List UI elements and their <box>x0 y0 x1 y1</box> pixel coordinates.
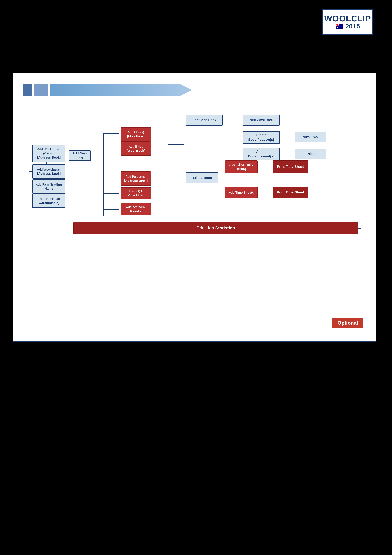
banner-block2 <box>34 85 48 95</box>
add-post-farm-node[interactable]: Add post farmResults <box>121 203 151 215</box>
add-tallies-node[interactable]: Add Tallies [TallyBook] <box>225 161 258 173</box>
add-mobs-node[interactable]: Add Mob(s)[Mob Book] <box>121 127 151 141</box>
add-time-sheets-node[interactable]: Add Time Sheets <box>225 187 258 198</box>
main-diagram: Add Woolgrower(Owner)[Address Book] Add … <box>13 73 376 342</box>
print-tally-sheet-node[interactable]: Print Tally Sheet <box>273 161 308 173</box>
arrow-banner <box>23 83 197 97</box>
optional-label: Optional <box>332 318 363 329</box>
enter-warehouse-node[interactable]: Enter/NominateWarehouse(s) <box>32 194 65 208</box>
add-new-job-node[interactable]: Add New Job <box>69 150 91 161</box>
banner-block1 <box>23 85 32 95</box>
build-team-node[interactable]: Build a Team <box>186 172 218 183</box>
print-wool-book-node[interactable]: Print Wool Book <box>242 115 280 126</box>
logo-flag: 🇦🇺 <box>335 23 343 30</box>
add-bales-node[interactable]: Add Bales[Wool Book] <box>121 141 151 156</box>
create-specifications-node[interactable]: CreateSpecification(s) <box>242 131 280 144</box>
print-job-stats-node[interactable]: Print Job Statistics <box>73 222 358 234</box>
add-personnel-node[interactable]: Add Personnel[Address Book] <box>121 171 151 186</box>
print-node[interactable]: Print <box>295 149 326 159</box>
add-woolgrower-node[interactable]: Add Woolgrower(Owner)[Address Book] <box>32 145 65 162</box>
banner-arrow <box>50 85 192 95</box>
logo: WOOLCLIP 🇦🇺 2015 <box>322 9 373 35</box>
add-woolclasser-node[interactable]: Add Woolclasser[Address Book] <box>32 164 65 179</box>
logo-title: WOOLCLIP <box>324 15 371 23</box>
create-consignments-node[interactable]: CreateConsignment(s) <box>242 148 280 161</box>
add-farm-trading-node[interactable]: Add Farm TradingName <box>32 179 65 194</box>
print-time-sheet-node[interactable]: Print Time Sheet <box>273 187 308 198</box>
logo-subtitle: 🇦🇺 2015 <box>335 23 360 30</box>
print-mob-book-node[interactable]: Print Mob Book <box>186 115 223 126</box>
print-email-node[interactable]: Print/Email <box>295 132 326 142</box>
use-qa-node[interactable]: Use a QA CheckList <box>121 187 151 199</box>
